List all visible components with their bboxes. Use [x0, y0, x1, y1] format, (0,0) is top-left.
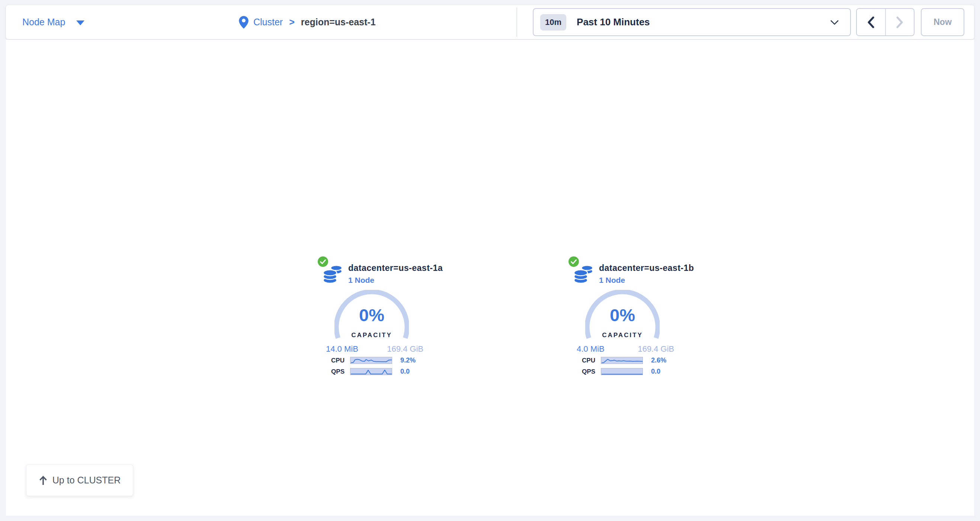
time-step-button-group [856, 8, 915, 36]
capacity-label: CAPACITY [585, 331, 660, 339]
stat-rows: CPU 2.6% QPS 0.0 [568, 357, 680, 379]
capacity-percent: 0% [585, 305, 660, 325]
cpu-stat-row: CPU 9.2% [318, 357, 430, 364]
capacity-values: 14.0 MiB 169.4 GiB [326, 344, 423, 354]
caret-down-icon [76, 21, 84, 25]
qps-label: QPS [568, 368, 595, 376]
location-pin-icon [239, 16, 248, 29]
database-stack-icon [573, 264, 595, 287]
now-button[interactable]: Now [921, 8, 964, 36]
qps-stat-row: QPS 0.0 [568, 368, 680, 375]
cpu-label: CPU [568, 357, 595, 364]
qps-label: QPS [318, 368, 345, 376]
time-range-select[interactable]: 10m Past 10 Minutes [533, 8, 851, 36]
qps-value: 0.0 [400, 368, 410, 376]
datacenter-title: datacenter=us-east-1a [348, 263, 443, 273]
cpu-sparkline [350, 357, 392, 364]
chevron-right-icon [895, 16, 904, 28]
chevron-left-icon [867, 16, 875, 28]
cpu-sparkline [601, 357, 643, 364]
database-stack-icon [322, 264, 344, 287]
datacenter-node-count: 1 Node [348, 276, 443, 285]
chevron-down-icon [830, 20, 839, 25]
capacity-label: CAPACITY [334, 331, 409, 339]
cpu-value: 9.2% [400, 357, 415, 364]
header-divider [516, 8, 517, 37]
capacity-values: 4.0 MiB 169.4 GiB [577, 344, 674, 354]
check-circle-icon [568, 257, 579, 267]
qps-sparkline [350, 368, 392, 375]
qps-sparkline [601, 368, 643, 375]
datacenter-title: datacenter=us-east-1b [599, 263, 694, 273]
datacenter-card-header: datacenter=us-east-1b 1 Node [599, 263, 694, 285]
stat-rows: CPU 9.2% QPS 0.0 [318, 357, 430, 379]
breadcrumb: Cluster > region=us-east-1 [239, 5, 376, 39]
view-selector-dropdown[interactable]: Node Map [22, 5, 84, 39]
view-selector-label: Node Map [22, 17, 65, 27]
breadcrumb-cluster-link[interactable]: Cluster [253, 17, 283, 27]
node-map-canvas: datacenter=us-east-1a 1 Node 0% CAPACITY… [6, 40, 974, 516]
breadcrumb-current-region: region=us-east-1 [301, 17, 376, 27]
capacity-used: 14.0 MiB [326, 344, 358, 354]
cpu-value: 2.6% [651, 357, 667, 364]
up-to-cluster-button[interactable]: Up to CLUSTER [26, 464, 133, 496]
datacenter-node-count: 1 Node [599, 276, 694, 285]
capacity-used: 4.0 MiB [577, 344, 605, 354]
breadcrumb-separator: > [289, 17, 295, 27]
time-step-back-button[interactable] [857, 9, 885, 35]
time-range-label: Past 10 Minutes [577, 16, 650, 28]
capacity-percent: 0% [334, 305, 409, 325]
time-step-forward-button[interactable] [885, 9, 914, 35]
time-range-badge: 10m [540, 14, 566, 30]
qps-stat-row: QPS 0.0 [318, 368, 430, 375]
cpu-stat-row: CPU 2.6% [568, 357, 680, 364]
capacity-total: 169.4 GiB [387, 344, 423, 354]
datacenter-card-header: datacenter=us-east-1a 1 Node [348, 263, 443, 285]
arrow-up-icon [39, 475, 48, 486]
datacenter-card-us-east-1a[interactable]: datacenter=us-east-1a 1 Node 0% CAPACITY… [318, 258, 430, 381]
header-bar: Node Map Cluster > region=us-east-1 10m … [6, 5, 974, 39]
capacity-total: 169.4 GiB [638, 344, 674, 354]
check-circle-icon [318, 257, 328, 267]
qps-value: 0.0 [651, 368, 660, 376]
cpu-label: CPU [318, 357, 345, 364]
datacenter-card-us-east-1b[interactable]: datacenter=us-east-1b 1 Node 0% CAPACITY… [568, 258, 680, 381]
up-to-cluster-label: Up to CLUSTER [52, 475, 121, 486]
